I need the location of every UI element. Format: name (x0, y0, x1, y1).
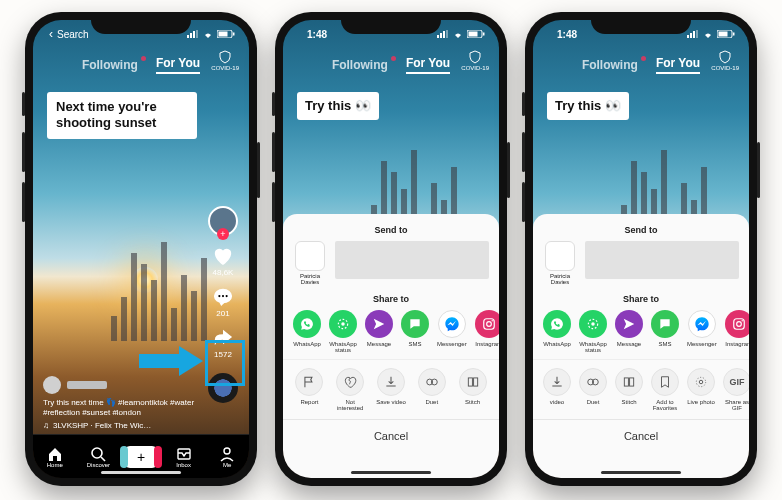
share-app-instagram[interactable]: Instagram (475, 310, 499, 353)
contacts-row[interactable]: Patricia Davies (283, 241, 499, 291)
notification-dot-icon (641, 56, 646, 61)
share-count: 1572 (212, 350, 234, 359)
covid-badge[interactable]: COVID-19 (211, 50, 239, 71)
username[interactable] (67, 381, 107, 389)
tab-following[interactable]: Following (332, 58, 388, 72)
share-app-sms[interactable]: SMS (651, 310, 679, 353)
svg-rect-2 (193, 31, 195, 38)
like-button[interactable]: 48,6K (212, 246, 234, 277)
nav-home[interactable]: Home (37, 446, 73, 468)
svg-point-39 (591, 322, 595, 326)
tab-following[interactable]: Following (82, 58, 138, 72)
tab-for-you[interactable]: For You (156, 56, 200, 74)
svg-rect-6 (233, 33, 235, 36)
contact-item[interactable]: Patricia Davies (543, 241, 577, 285)
share-apps-row[interactable]: WhatsAppWhatsApp statusMessageSMSMesseng… (283, 310, 499, 359)
nav-me[interactable]: Me (209, 446, 245, 468)
shield-icon (718, 50, 732, 64)
svg-rect-37 (733, 33, 735, 36)
send-to-heading: Send to (283, 222, 499, 241)
cancel-button[interactable]: Cancel (533, 419, 749, 452)
follow-plus-icon[interactable]: + (217, 228, 229, 240)
covid-badge[interactable]: COVID-19 (461, 50, 489, 71)
notification-dot-icon (391, 56, 396, 61)
wifi-icon (202, 30, 214, 38)
action-share-as-gif[interactable]: GIFShare as GIF (723, 368, 749, 411)
action-duet[interactable]: Duet (415, 368, 448, 411)
actions-row[interactable]: ReportNot interestedSave videoDuetStitch (283, 359, 499, 417)
nav-discover[interactable]: Discover (80, 446, 116, 468)
share-app-whatsapp[interactable]: WhatsApp (293, 310, 321, 353)
action-stitch[interactable]: Stitch (615, 368, 643, 411)
svg-point-47 (699, 380, 703, 384)
svg-rect-17 (443, 31, 445, 38)
share-sheet: Send to Patricia Davies Share to WhatsAp… (533, 214, 749, 478)
svg-point-11 (92, 448, 102, 458)
svg-rect-30 (473, 378, 477, 386)
notification-dot-icon (141, 56, 146, 61)
svg-rect-46 (630, 378, 634, 386)
svg-point-25 (486, 322, 491, 327)
share-app-whatsapp-status[interactable]: WhatsApp status (329, 310, 357, 353)
share-to-heading: Share to (283, 291, 499, 310)
share-app-whatsapp-status[interactable]: WhatsApp status (579, 310, 607, 353)
tab-for-you[interactable]: For You (656, 56, 700, 74)
svg-point-9 (222, 295, 224, 297)
action-add-to-favorites[interactable]: Add to Favorites (651, 368, 679, 411)
home-indicator[interactable] (101, 471, 181, 474)
svg-rect-32 (690, 33, 692, 38)
share-app-message[interactable]: Message (365, 310, 393, 353)
sound-disc[interactable] (208, 373, 238, 403)
caption-bubble: Next time you're shooting sunset (47, 92, 197, 139)
signal-icon (687, 30, 699, 38)
share-app-sms[interactable]: SMS (401, 310, 429, 353)
nav-create[interactable]: + (124, 446, 158, 468)
actions-row[interactable]: videoDuetStitchAdd to FavoritesLive phot… (533, 359, 749, 417)
wifi-icon (452, 30, 464, 38)
tab-for-you[interactable]: For You (406, 56, 450, 74)
caption-text[interactable]: Try this next time 👣 #learnontiktok #wat… (43, 398, 197, 420)
user-avatar-small[interactable] (43, 376, 61, 394)
phone-1: ‹Search Following For You COVID-19 Next … (25, 12, 257, 486)
svg-rect-0 (187, 35, 189, 38)
tab-following[interactable]: Following (582, 58, 638, 72)
contact-item[interactable]: Patricia Davies (293, 241, 327, 285)
action-live-photo[interactable]: Live photo (687, 368, 715, 411)
covid-badge[interactable]: COVID-19 (711, 50, 739, 71)
share-app-messenger[interactable]: Messenger (437, 310, 467, 353)
action-report[interactable]: Report (293, 368, 326, 411)
svg-point-26 (491, 320, 492, 321)
action-stitch[interactable]: Stitch (456, 368, 489, 411)
action-video[interactable]: video (543, 368, 571, 411)
comment-button[interactable]: 201 (212, 287, 234, 318)
svg-rect-3 (196, 30, 198, 38)
caption-bubble: Try this 👀 (547, 92, 629, 120)
share-app-whatsapp[interactable]: WhatsApp (543, 310, 571, 353)
share-app-messenger[interactable]: Messenger (687, 310, 717, 353)
back-label[interactable]: Search (57, 29, 89, 40)
svg-rect-45 (624, 378, 628, 386)
phone-2: 1:48 Following For You COVID-19 Try this… (275, 12, 507, 486)
action-save-video[interactable]: Save video (375, 368, 408, 411)
home-indicator[interactable] (351, 471, 431, 474)
inbox-icon (176, 446, 192, 462)
action-not-interested[interactable]: Not interested (334, 368, 367, 411)
author-avatar[interactable]: + (208, 206, 238, 236)
home-indicator[interactable] (601, 471, 681, 474)
plus-icon: + (137, 449, 145, 465)
back-chevron-icon[interactable]: ‹ (49, 27, 53, 41)
cancel-button[interactable]: Cancel (283, 419, 499, 452)
screen-2: 1:48 Following For You COVID-19 Try this… (283, 20, 499, 478)
share-button[interactable]: 1572 (212, 328, 234, 359)
svg-rect-5 (219, 32, 228, 37)
share-app-instagram[interactable]: Instagram (725, 310, 749, 353)
battery-icon (467, 30, 485, 38)
nav-inbox[interactable]: Inbox (166, 446, 202, 468)
action-duet[interactable]: Duet (579, 368, 607, 411)
sound-row[interactable]: ♫3LVKSHP · Felix The Wic… (43, 421, 197, 432)
contacts-row[interactable]: Patricia Davies (533, 241, 749, 291)
svg-point-41 (736, 322, 741, 327)
share-app-message[interactable]: Message (615, 310, 643, 353)
blur-placeholder (585, 241, 739, 279)
share-apps-row[interactable]: WhatsAppWhatsApp statusMessageSMSMesseng… (533, 310, 749, 359)
